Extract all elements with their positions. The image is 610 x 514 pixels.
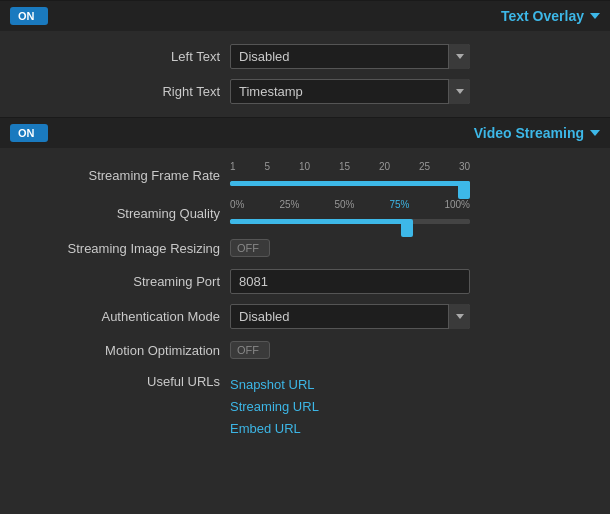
frame-rate-slider[interactable] (230, 181, 470, 186)
text-overlay-title-label: Text Overlay (501, 8, 584, 24)
right-text-control: Disabled Timestamp Custom (230, 79, 490, 104)
snapshot-url-link[interactable]: Snapshot URL (230, 374, 490, 396)
motion-opt-label: Motion Optimization (0, 343, 230, 358)
frame-rate-slider-container: 1 5 10 15 20 25 30 (230, 161, 470, 189)
video-streaming-toggle[interactable]: ON (10, 124, 48, 142)
port-control (230, 269, 490, 294)
video-streaming-form: Streaming Frame Rate 1 5 10 15 20 25 30 … (0, 148, 610, 449)
auth-mode-select-wrapper: Disabled Basic Digest (230, 304, 470, 329)
image-resizing-row: Streaming Image Resizing OFF (0, 232, 610, 264)
motion-opt-control: OFF (230, 341, 490, 359)
text-overlay-chevron-icon[interactable] (590, 13, 600, 19)
right-text-label: Right Text (0, 84, 230, 99)
right-text-select-wrapper: Disabled Timestamp Custom (230, 79, 470, 104)
motion-opt-toggle[interactable]: OFF (230, 341, 270, 359)
embed-url-link[interactable]: Embed URL (230, 418, 490, 440)
auth-mode-select[interactable]: Disabled Basic Digest (230, 304, 470, 329)
video-streaming-title: Video Streaming (474, 125, 600, 141)
text-overlay-header: ON Text Overlay (0, 0, 610, 31)
quality-row: Streaming Quality 0% 25% 50% 75% 100% (0, 194, 610, 232)
quality-label: Streaming Quality (0, 206, 230, 221)
quality-slider-container: 0% 25% 50% 75% 100% (230, 199, 470, 227)
frame-rate-label: Streaming Frame Rate (0, 168, 230, 183)
auth-mode-control: Disabled Basic Digest (230, 304, 490, 329)
left-text-select[interactable]: Disabled Timestamp Custom (230, 44, 470, 69)
useful-urls-label: Useful URLs (0, 374, 230, 389)
text-overlay-form: Left Text Disabled Timestamp Custom Righ… (0, 31, 610, 113)
left-text-select-wrapper: Disabled Timestamp Custom (230, 44, 470, 69)
right-text-row: Right Text Disabled Timestamp Custom (0, 74, 610, 109)
video-streaming-title-label: Video Streaming (474, 125, 584, 141)
left-text-label: Left Text (0, 49, 230, 64)
port-row: Streaming Port (0, 264, 610, 299)
quality-control: 0% 25% 50% 75% 100% (230, 199, 490, 227)
right-text-select[interactable]: Disabled Timestamp Custom (230, 79, 470, 104)
quality-slider[interactable] (230, 219, 470, 224)
video-streaming-header: ON Video Streaming (0, 117, 610, 148)
useful-urls-links: Snapshot URL Streaming URL Embed URL (230, 374, 490, 440)
frame-rate-control: 1 5 10 15 20 25 30 (230, 161, 490, 189)
image-resizing-label: Streaming Image Resizing (0, 241, 230, 256)
port-input[interactable] (230, 269, 470, 294)
text-overlay-toggle[interactable]: ON (10, 7, 48, 25)
frame-rate-row: Streaming Frame Rate 1 5 10 15 20 25 30 (0, 156, 610, 194)
frame-rate-labels: 1 5 10 15 20 25 30 (230, 161, 470, 172)
image-resizing-control: OFF (230, 239, 490, 257)
auth-mode-row: Authentication Mode Disabled Basic Diges… (0, 299, 610, 334)
motion-opt-row: Motion Optimization OFF (0, 334, 610, 366)
video-streaming-chevron-icon[interactable] (590, 130, 600, 136)
useful-urls-row: Useful URLs Snapshot URL Streaming URL E… (0, 366, 610, 445)
image-resizing-toggle[interactable]: OFF (230, 239, 270, 257)
left-text-control: Disabled Timestamp Custom (230, 44, 490, 69)
left-text-row: Left Text Disabled Timestamp Custom (0, 39, 610, 74)
quality-labels: 0% 25% 50% 75% 100% (230, 199, 470, 210)
text-overlay-title: Text Overlay (501, 8, 600, 24)
port-label: Streaming Port (0, 274, 230, 289)
streaming-url-link[interactable]: Streaming URL (230, 396, 490, 418)
auth-mode-label: Authentication Mode (0, 309, 230, 324)
